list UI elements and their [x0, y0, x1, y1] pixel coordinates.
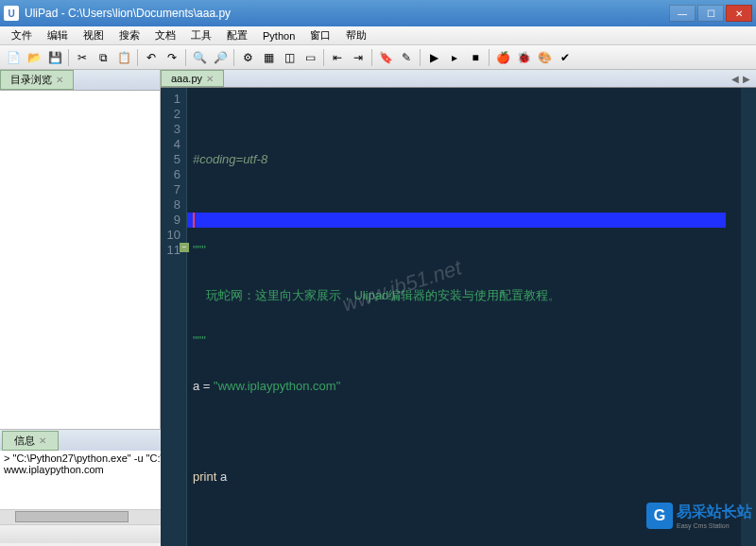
app-icon: U — [4, 6, 19, 21]
output-tab-info[interactable]: 信息 ✕ — [2, 431, 59, 451]
undo-icon[interactable]: ↶ — [142, 48, 161, 67]
menu-document[interactable]: 文档 — [147, 26, 183, 44]
plugin-4-icon[interactable]: ✔ — [556, 48, 575, 67]
code-editor[interactable]: 1 2 3 4 5 6 7 8 9 10 11 #coding=utf-8 −"… — [161, 88, 756, 546]
redo-icon[interactable]: ↷ — [163, 48, 181, 67]
line-gutter: 1 2 3 4 5 6 7 8 9 10 11 — [161, 88, 187, 546]
window-title: UliPad - C:\Users\lion\Documents\aaa.py — [25, 7, 669, 20]
menu-python[interactable]: Python — [255, 28, 302, 43]
indent-right-icon[interactable]: ⇥ — [349, 48, 368, 67]
run-step-icon[interactable]: ▸ — [445, 48, 464, 67]
menu-file[interactable]: 文件 — [4, 26, 40, 44]
output-tab-label: 信息 — [14, 434, 35, 448]
plugin-1-icon[interactable]: 🍎 — [493, 48, 512, 67]
menu-view[interactable]: 视图 — [76, 26, 112, 44]
close-icon[interactable]: ✕ — [39, 435, 46, 446]
window-tile-icon[interactable]: ▦ — [259, 48, 278, 67]
tab-next-icon[interactable]: ▶ — [743, 74, 750, 84]
plugin-2-icon[interactable]: 🐞 — [514, 48, 533, 67]
comment-icon[interactable]: ✎ — [397, 48, 416, 67]
brand-logo: G 易采站长站 Easy Cms Station — [646, 503, 752, 529]
code-content[interactable]: #coding=utf-8 −""" 玩蛇网：这里向大家展示，Ulipad编辑器… — [187, 88, 741, 546]
brand-subtitle: Easy Cms Station — [677, 522, 752, 529]
text-cursor — [193, 213, 195, 228]
bookmark-icon[interactable]: 🔖 — [376, 48, 395, 67]
menu-search[interactable]: 搜索 — [112, 26, 147, 44]
titlebar: U UliPad - C:\Users\lion\Documents\aaa.p… — [0, 0, 756, 26]
current-line-highlight — [187, 213, 726, 228]
cut-icon[interactable]: ✂ — [73, 48, 92, 67]
vertical-scrollbar[interactable] — [741, 88, 756, 546]
window-split-icon[interactable]: ◫ — [280, 48, 299, 67]
find-icon[interactable]: 🔍 — [190, 48, 209, 67]
sidebar-tabbar: 目录浏览 ✕ — [0, 70, 160, 91]
sidebar: 目录浏览 ✕ — [0, 70, 161, 429]
run-icon[interactable]: ▶ — [424, 48, 443, 67]
minimize-button[interactable]: — — [669, 5, 696, 22]
toolbar: 📄 📂 💾 ✂ ⧉ 📋 ↶ ↷ 🔍 🔎 ⚙ ▦ ◫ ▭ ⇤ ⇥ 🔖 ✎ ▶ ▸ … — [0, 45, 756, 70]
close-icon[interactable]: ✕ — [56, 75, 63, 85]
menu-config[interactable]: 配置 — [219, 26, 255, 44]
fold-marker-icon[interactable]: − — [180, 243, 189, 252]
save-icon[interactable]: 💾 — [45, 48, 64, 67]
menu-tools[interactable]: 工具 — [183, 26, 219, 44]
editor-tabbar: aaa.py ✕ ◀ ▶ — [161, 70, 756, 88]
sidebar-tab-directory[interactable]: 目录浏览 ✕ — [0, 70, 74, 90]
maximize-button[interactable]: ☐ — [697, 5, 724, 22]
sidebar-tab-label: 目录浏览 — [10, 73, 52, 87]
menu-edit[interactable]: 编辑 — [40, 26, 76, 44]
close-icon[interactable]: ✕ — [206, 74, 214, 84]
editor-tab-label: aaa.py — [171, 73, 202, 84]
brand-name: 易采站长站 — [677, 503, 752, 522]
stop-icon[interactable]: ■ — [466, 48, 485, 67]
window-layout-icon[interactable]: ▭ — [301, 48, 319, 67]
paste-icon[interactable]: 📋 — [114, 48, 133, 67]
settings-icon[interactable]: ⚙ — [238, 48, 257, 67]
new-file-icon[interactable]: 📄 — [4, 48, 23, 67]
open-file-icon[interactable]: 📂 — [25, 48, 43, 67]
copy-icon[interactable]: ⧉ — [94, 48, 112, 67]
editor-pane: aaa.py ✕ ◀ ▶ 1 2 3 4 5 6 7 8 9 10 11 — [161, 70, 756, 429]
directory-tree[interactable] — [0, 91, 160, 429]
replace-icon[interactable]: 🔎 — [211, 48, 230, 67]
indent-left-icon[interactable]: ⇤ — [328, 48, 347, 67]
editor-tab-aaa[interactable]: aaa.py ✕ — [161, 70, 224, 87]
close-button[interactable]: ✕ — [726, 5, 752, 22]
menubar: 文件 编辑 视图 搜索 文档 工具 配置 Python 窗口 帮助 — [0, 26, 756, 45]
menu-window[interactable]: 窗口 — [302, 26, 338, 44]
scrollbar-thumb[interactable] — [15, 511, 129, 522]
brand-icon: G — [646, 503, 673, 529]
plugin-3-icon[interactable]: 🎨 — [535, 48, 554, 67]
menu-help[interactable]: 帮助 — [338, 26, 374, 44]
tab-prev-icon[interactable]: ◀ — [731, 74, 739, 84]
